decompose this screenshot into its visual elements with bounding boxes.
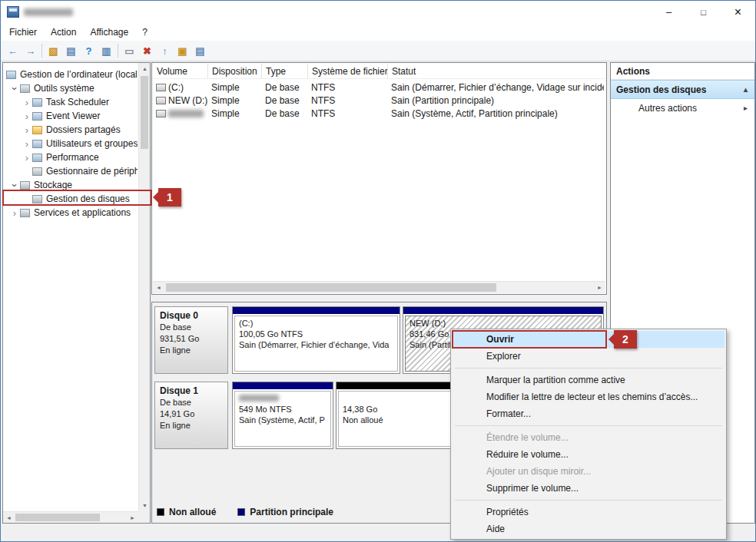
cell-status: Sain (Démarrer, Fichier d’échange, Vidag… [391,82,604,93]
tree-item-label: Gestionnaire de périphé [46,166,138,177]
menu-item-supprimer-volume[interactable]: Supprimer le volume... [453,480,724,497]
scrollbar-thumb[interactable] [141,76,148,149]
menu-affichage[interactable]: Affichage [83,25,135,40]
cell-disposition: Simple [211,82,262,93]
scroll-right-icon[interactable]: ► [127,512,138,524]
tree-horizontal-scrollbar[interactable]: ◄ ► [3,511,138,523]
menu-item-explorer[interactable]: Explorer [453,348,724,365]
menu-separator [455,425,722,426]
menu-action[interactable]: Action [44,25,83,40]
table-row[interactable]: NEW (D:) Simple De base NTFS Sain (Parti… [153,94,605,107]
menu-item-marquer-active[interactable]: Marquer la partition comme active [453,372,724,388]
tree-item-shared-folders[interactable]: › Dossiers partagés [3,123,138,137]
column-header-status[interactable]: Statut [388,64,605,78]
scroll-left-icon[interactable]: ◄ [153,282,164,293]
close-button[interactable]: × [721,1,755,23]
expander-collapsed-icon[interactable]: › [22,138,32,150]
actions-disk-management-header[interactable]: Gestion des disques ▴ [611,80,754,99]
column-header-type[interactable]: Type [262,64,308,78]
tree-item-local-users-groups[interactable]: › Utilisateurs et groupes l [3,137,138,150]
tree-item-label: Dossiers partagés [46,124,121,135]
menu-item-aide[interactable]: Aide [453,521,724,537]
scrollbar-thumb[interactable] [166,283,496,292]
expander-collapsed-icon[interactable]: › [22,111,32,122]
export-list-icon[interactable]: ▤ [62,42,80,59]
chevron-up-icon[interactable]: ▴ [744,85,748,94]
tree-item-performance[interactable]: › Performance [3,150,138,164]
toolbar: ← → ▧ ▤ ? ▥ ▭ ✖ ↑ ▣ ▤ [1,41,755,61]
tree-item-storage[interactable]: › Stockage [3,178,138,192]
menu-item-proprietes[interactable]: Propriétés [453,504,724,521]
tree-vertical-scrollbar[interactable]: ▲ ▼ [138,63,150,511]
column-header-volume[interactable]: Volume [153,64,208,78]
partition-system[interactable]: 549 Mo NTFS Sain (Système, Actif, P [232,382,333,449]
expander-expanded-icon[interactable]: › [9,180,21,190]
scrollbar-corner [138,511,150,523]
scrollbar-thumb[interactable] [15,514,100,521]
volume-icon [156,84,166,91]
tree-item-event-viewer[interactable]: › Event Viewer [3,109,138,123]
refresh-icon[interactable]: ↑ [156,42,174,59]
tree-item-system-tools[interactable]: › Outils système [3,81,138,95]
help-icon[interactable]: ? [80,42,98,59]
tree-item-label: Performance [46,152,99,163]
menu-item-formater[interactable]: Formater... [453,405,724,422]
table-row[interactable]: (C:) Simple De base NTFS Sain (Démarrer,… [153,81,605,94]
cell-volume: NEW (D:) [168,95,208,106]
delete-icon[interactable]: ✖ [138,42,156,59]
forward-icon[interactable]: → [22,42,39,59]
column-header-filesystem[interactable]: Système de fichiers [308,64,388,78]
scroll-down-icon[interactable]: ▼ [139,500,151,511]
disk-0-label-box[interactable]: Disque 0 De base 931,51 Go En ligne [154,306,228,374]
console-tree-panel: Gestion de l’ordinateur (local) › Outils… [2,62,151,524]
menu-fichier[interactable]: Fichier [2,25,44,40]
volume-icon [156,97,166,104]
console-note-icon[interactable]: ▭ [121,42,138,59]
partition-c[interactable]: (C:) 100,05 Go NTFS Sain (Démarrer, Fich… [232,306,400,374]
actions-more-actions[interactable]: Autres actions ▸ [611,99,754,117]
expander-expanded-icon[interactable]: › [9,83,21,94]
partition-size: 100,05 Go NTFS [239,329,393,339]
column-header-disposition[interactable]: Disposition [208,64,262,78]
cell-type: De base [265,82,308,93]
disk-name: Disque 0 [160,310,223,322]
menu-item-modifier-lettre[interactable]: Modifier la lettre de lecteur et les che… [453,388,724,405]
scroll-left-icon[interactable]: ◄ [3,512,15,524]
cell-filesystem: NTFS [311,95,388,106]
show-console-tree-icon[interactable]: ▧ [45,42,62,59]
tree-item-services-applications[interactable]: › Services et applications [3,206,138,220]
disk-kind: De base [160,322,223,333]
disk-management-icon [32,195,42,203]
disk-size: 931,51 Go [160,333,223,345]
tree-item-task-scheduler[interactable]: › Task Scheduler [3,95,138,109]
minimize-button[interactable]: – [652,1,686,23]
list-view-icon[interactable]: ▤ [191,42,209,59]
tree-item-disk-management[interactable]: Gestion des disques [3,192,138,206]
expander-collapsed-icon[interactable]: › [22,124,32,136]
tree-item-label: Utilisateurs et groupes l [46,138,138,149]
tree-item-label: Event Viewer [46,111,100,121]
volume-list-horizontal-scrollbar[interactable]: ◄ ► [153,281,605,293]
tree-item-device-manager[interactable]: Gestionnaire de périphé [3,164,138,178]
table-row[interactable]: Simple De base NTFS Sain (Système, Actif… [153,107,605,121]
scroll-right-icon[interactable]: ► [594,282,605,293]
tree-item-computer-management[interactable]: Gestion de l’ordinateur (local) [3,68,138,81]
chevron-right-icon[interactable]: ▸ [744,104,748,112]
menu-item-reduire-volume[interactable]: Réduire le volume... [453,446,724,463]
expander-collapsed-icon[interactable]: › [22,97,32,108]
expander-collapsed-icon[interactable]: › [22,152,32,164]
disk-1-label-box[interactable]: Disque 1 De base 14,91 Go En ligne [154,382,228,449]
open-icon[interactable]: ▣ [174,42,191,59]
expander-collapsed-icon[interactable]: › [9,207,20,219]
services-icon [20,209,30,217]
menu-item-ouvrir[interactable]: Ouvrir [453,331,724,348]
back-icon[interactable]: ← [4,42,22,59]
legend: Non alloué Partition principale [157,507,333,517]
cell-type: De base [265,95,308,106]
menu-help[interactable]: ? [135,25,154,40]
maximize-button[interactable]: □ [686,1,721,23]
scroll-up-icon[interactable]: ▲ [139,63,151,74]
cell-filesystem: NTFS [311,108,388,119]
primary-partition-strip [403,307,603,314]
show-action-pane-icon[interactable]: ▥ [98,42,115,59]
